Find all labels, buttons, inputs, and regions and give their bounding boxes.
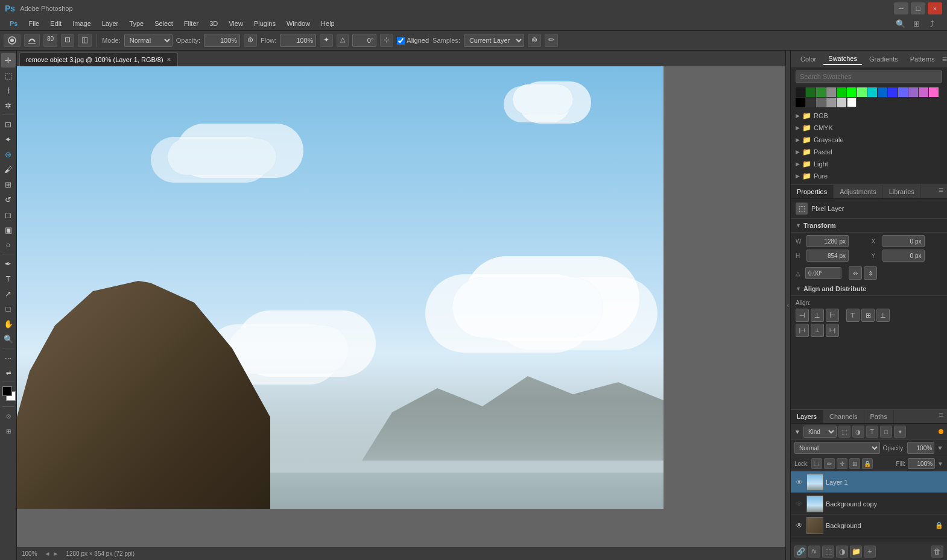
filter-shape-btn[interactable]: □ — [880, 426, 892, 438]
lock-artboard-btn[interactable]: ⊞ — [849, 458, 860, 469]
selection-tool[interactable]: ⬚ — [1, 68, 16, 83]
opacity-input[interactable] — [204, 34, 240, 47]
opacity-toggle-btn[interactable]: ⊕ — [244, 34, 257, 47]
properties-tab[interactable]: Properties — [791, 185, 834, 198]
flow-input[interactable] — [280, 34, 316, 47]
eyedropper-tool[interactable]: ✦ — [1, 132, 16, 146]
swatch-green[interactable] — [816, 87, 826, 97]
more-tools-btn[interactable]: ··· — [1, 350, 16, 365]
layer-item-background-copy[interactable]: 👁 Background copy — [791, 493, 947, 515]
dodge-tool[interactable]: ○ — [1, 238, 16, 252]
screen-mode-btn[interactable]: ⊞ — [1, 424, 16, 438]
status-prev-btn[interactable]: ◄ — [45, 550, 51, 557]
symmetry-btn[interactable]: ⊹ — [380, 34, 393, 47]
panel-collapse-bar[interactable]: ‹ — [785, 51, 790, 560]
flip-h-btn[interactable]: ⇔ — [849, 266, 862, 280]
clone-stamp-tool[interactable]: ⊞ — [1, 177, 16, 192]
align-section-header[interactable]: ▼ Align and Distribute — [791, 282, 947, 296]
quick-mask-btn[interactable]: ⊙ — [1, 409, 16, 423]
swatch-group-cmyk[interactable]: ▶ 📁 CMYK — [791, 122, 947, 134]
swatch-lime[interactable] — [847, 87, 857, 97]
swatch-light-green[interactable] — [857, 87, 867, 97]
layers-kind-select[interactable]: Kind Name Effect — [803, 426, 837, 438]
sample-all-btn[interactable]: ⊚ — [528, 34, 541, 47]
foreground-color[interactable] — [2, 386, 12, 396]
add-adjustment-btn[interactable]: ◑ — [836, 546, 848, 558]
history-brush-tool[interactable]: ↺ — [1, 192, 16, 207]
menu-window[interactable]: Window — [282, 19, 315, 28]
menu-help[interactable]: Help — [316, 19, 340, 28]
swatch-dark-gray[interactable] — [806, 98, 816, 107]
patterns-tab[interactable]: Patterns — [905, 54, 940, 64]
layer-item-layer1[interactable]: 👁 Layer 1 — [791, 471, 947, 493]
swatch-magenta[interactable] — [919, 87, 928, 97]
distribute-center-h-btn[interactable]: ⊥ — [811, 324, 824, 337]
swatch-group-light[interactable]: ▶ 📁 Light — [791, 158, 947, 170]
menu-image[interactable]: Image — [68, 19, 96, 28]
menu-type[interactable]: Type — [124, 19, 148, 28]
size-input-btn[interactable]: 80 — [43, 34, 57, 47]
opacity-dropdown-arrow[interactable]: ▼ — [937, 444, 943, 451]
add-mask-btn[interactable]: ⬚ — [822, 546, 834, 558]
menu-ps[interactable]: Ps — [5, 19, 22, 28]
layer-item-background[interactable]: 👁 Background 🔒 — [791, 515, 947, 536]
toggle-btn-2[interactable]: ◫ — [78, 34, 92, 47]
filter-smart-btn[interactable]: ✦ — [894, 426, 906, 438]
layer1-visibility-toggle[interactable]: 👁 — [794, 477, 804, 487]
menu-file[interactable]: File — [24, 19, 44, 28]
lock-transparent-btn[interactable]: ⬚ — [811, 458, 822, 469]
align-right-btn[interactable]: ⊢ — [826, 309, 839, 322]
filter-pixel-btn[interactable]: ⬚ — [838, 426, 850, 438]
delete-layer-btn[interactable]: 🗑 — [931, 546, 943, 558]
eraser-tool[interactable]: ◻ — [1, 207, 16, 222]
crop-tool[interactable]: ⊡ — [1, 117, 16, 131]
swatches-panel-menu[interactable]: ≡ — [942, 54, 947, 64]
brush-preset-btn[interactable] — [24, 34, 40, 47]
blend-mode-select[interactable]: Normal Multiply Screen Overlay — [794, 442, 880, 454]
x-input[interactable] — [882, 235, 925, 247]
channels-tab[interactable]: Channels — [823, 410, 864, 423]
brush-tool[interactable]: 🖌 — [1, 162, 16, 177]
mode-select[interactable]: Normal Multiply Screen — [124, 34, 173, 47]
menu-edit[interactable]: Edit — [45, 19, 66, 28]
zoom-tool[interactable]: 🔍 — [1, 332, 16, 346]
toggle-btn-1[interactable]: ⊡ — [61, 34, 74, 47]
canvas-container[interactable] — [17, 66, 785, 547]
status-next-btn[interactable]: ► — [52, 550, 59, 557]
canvas-tab[interactable]: remove object 3.jpg @ 100% (Layer 1, RGB… — [19, 52, 178, 66]
layers-tab[interactable]: Layers — [791, 410, 823, 423]
layers-opacity-input[interactable] — [907, 442, 934, 454]
minimize-button[interactable]: ─ — [894, 2, 908, 14]
bg-visibility-toggle[interactable]: 👁 — [794, 521, 804, 530]
brush-tool-btn[interactable] — [4, 34, 21, 47]
link-layers-btn[interactable]: 🔗 — [794, 546, 806, 558]
search-icon[interactable]: 🔍 — [894, 17, 907, 30]
tab-close-btn[interactable]: × — [167, 55, 171, 64]
menu-layer[interactable]: Layer — [97, 19, 124, 28]
swatch-group-pastel[interactable]: ▶ 📁 Pastel — [791, 146, 947, 158]
fill-input[interactable] — [908, 458, 935, 469]
bg-copy-visibility-toggle[interactable]: 👁 — [794, 499, 804, 509]
angle-icon[interactable]: △ — [337, 34, 349, 47]
swatch-light-gray[interactable] — [826, 98, 836, 107]
layers-panel-menu[interactable]: ≡ — [935, 410, 947, 423]
libraries-tab[interactable]: Libraries — [883, 185, 921, 198]
aligned-checkbox[interactable]: Aligned — [397, 37, 429, 45]
close-button[interactable]: × — [928, 2, 942, 14]
swatch-search-input[interactable] — [796, 71, 942, 83]
path-select-tool[interactable]: ↗ — [1, 286, 16, 301]
swatch-black2[interactable] — [796, 98, 805, 107]
distribute-left-btn[interactable]: |⊣ — [796, 324, 809, 337]
filter-active-indicator[interactable] — [939, 429, 943, 434]
color-tab[interactable]: Color — [796, 54, 821, 64]
angle-input[interactable] — [805, 267, 841, 279]
share-icon[interactable]: ⤴ — [925, 17, 939, 30]
swatch-medium-blue[interactable] — [898, 87, 908, 97]
lock-position-btn[interactable]: ✛ — [837, 458, 847, 469]
swatch-cyan[interactable] — [867, 87, 877, 97]
menu-3d[interactable]: 3D — [204, 19, 223, 28]
hand-tool[interactable]: ✋ — [1, 316, 16, 331]
healing-brush-tool[interactable]: ⊕ — [1, 147, 16, 162]
menu-filter[interactable]: Filter — [179, 19, 203, 28]
swatch-very-light-gray[interactable] — [837, 98, 846, 107]
